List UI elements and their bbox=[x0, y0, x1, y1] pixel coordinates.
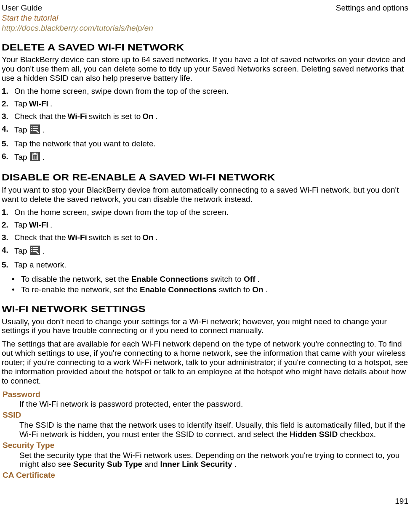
text: . bbox=[234, 460, 237, 468]
text: switch is set to bbox=[89, 233, 141, 242]
text: . bbox=[50, 220, 52, 230]
step-item: 4. Tap . bbox=[2, 246, 408, 257]
bold-text: On bbox=[142, 112, 153, 121]
step-text: On the home screen, swipe down from the … bbox=[14, 208, 408, 217]
bold-text: Security Sub Type bbox=[73, 460, 142, 468]
text: switch to bbox=[210, 275, 244, 283]
bold-text: On bbox=[142, 233, 153, 242]
bold-text: Inner Link Security bbox=[160, 460, 232, 468]
step-item: 5. Tap the network that you want to dele… bbox=[2, 139, 408, 148]
list-item: To re-enable the network, set the Enable… bbox=[12, 285, 408, 294]
page-number: 191 bbox=[2, 497, 408, 506]
bold-text: On bbox=[252, 285, 263, 294]
def-password: If the Wi-Fi network is password protect… bbox=[19, 400, 408, 409]
step-number: 6. bbox=[2, 152, 10, 161]
text: Check that the bbox=[14, 112, 66, 121]
step-number: 5. bbox=[2, 260, 10, 270]
step-item: 1. On the home screen, swipe down from t… bbox=[2, 208, 408, 217]
bold-text: Wi-Fi bbox=[29, 99, 48, 109]
term-security-type: Security Type bbox=[3, 441, 408, 450]
bold-text: Wi-Fi bbox=[29, 220, 48, 230]
list-item: To disable the network, set the Enable C… bbox=[12, 275, 408, 284]
page-header: User Guide Settings and options bbox=[2, 3, 408, 13]
bold-text: Enable Connections bbox=[131, 275, 208, 283]
term-ssid: SSID bbox=[3, 410, 408, 420]
step-number: 4. bbox=[2, 246, 10, 255]
step-number: 2. bbox=[2, 99, 10, 109]
step-number: 2. bbox=[2, 220, 10, 230]
tutorial-url[interactable]: http://docs.blackberry.com/tutorials/hel… bbox=[2, 24, 408, 33]
step-text: Tap a network. bbox=[14, 260, 408, 270]
step-text: Tap . bbox=[14, 152, 408, 163]
step-number: 4. bbox=[2, 124, 10, 134]
svg-rect-19 bbox=[31, 251, 32, 252]
text: Tap bbox=[14, 246, 27, 256]
step-text: Tap Wi-Fi . bbox=[14, 99, 408, 109]
text: Check that the bbox=[14, 233, 66, 242]
text: . bbox=[43, 125, 45, 135]
step-item: 4. Tap . bbox=[2, 124, 408, 136]
bold-text: Off bbox=[244, 275, 255, 283]
step-item: 3. Check that the Wi-Fi switch is set to… bbox=[2, 233, 408, 242]
svg-rect-11 bbox=[34, 156, 35, 159]
svg-rect-18 bbox=[33, 249, 38, 250]
svg-rect-20 bbox=[33, 251, 37, 252]
bold-text: Enable Connections bbox=[140, 285, 217, 294]
step-number: 3. bbox=[2, 233, 10, 242]
svg-rect-8 bbox=[32, 154, 38, 154]
text: . bbox=[258, 275, 260, 283]
bold-text: Wi-Fi bbox=[68, 112, 87, 121]
steps-delete-wifi: 1. On the home screen, swipe down from t… bbox=[2, 87, 408, 163]
step-number: 5. bbox=[2, 139, 10, 148]
tutorial-link[interactable]: Start the tutorial bbox=[2, 13, 408, 23]
step-number: 1. bbox=[2, 208, 10, 217]
text: switch to bbox=[219, 285, 252, 294]
svg-rect-3 bbox=[31, 128, 32, 129]
intro-delete-wifi: Your BlackBerry device can store up to 6… bbox=[2, 55, 408, 83]
svg-rect-1 bbox=[31, 126, 32, 127]
step-text: Tap Wi-Fi . bbox=[14, 220, 408, 230]
text: Tap bbox=[14, 220, 27, 230]
bold-text: Wi-Fi bbox=[68, 233, 87, 242]
heading-disable-wifi: Disable or re-enable a saved Wi-Fi netwo… bbox=[2, 172, 410, 183]
intro-disable-wifi: If you want to stop your BlackBerry devi… bbox=[2, 185, 408, 204]
text: . bbox=[266, 285, 268, 294]
list-edit-icon bbox=[30, 246, 40, 257]
step-text: Check that the Wi-Fi switch is set to On… bbox=[14, 233, 408, 242]
step-text: Tap . bbox=[14, 246, 408, 257]
step-item: 2. Tap Wi-Fi . bbox=[2, 220, 408, 230]
svg-rect-4 bbox=[33, 128, 38, 129]
step-item: 6. Tap . bbox=[2, 152, 408, 163]
svg-rect-17 bbox=[31, 249, 32, 250]
text: . bbox=[155, 233, 157, 242]
step-item: 3. Check that the Wi-Fi switch is set to… bbox=[2, 112, 408, 121]
text: . bbox=[43, 246, 45, 256]
text: To disable the network, set the bbox=[21, 275, 131, 283]
svg-rect-12 bbox=[35, 156, 35, 159]
svg-rect-13 bbox=[36, 156, 37, 159]
term-password: Password bbox=[3, 390, 408, 399]
svg-rect-6 bbox=[33, 130, 37, 131]
steps-disable-wifi: 1. On the home screen, swipe down from t… bbox=[2, 208, 408, 269]
step-number: 1. bbox=[2, 87, 10, 96]
term-ca-certificate: CA Certificate bbox=[3, 471, 408, 480]
step-item: 2. Tap Wi-Fi . bbox=[2, 99, 408, 109]
svg-rect-2 bbox=[33, 126, 38, 127]
step-text: Tap . bbox=[14, 124, 408, 136]
para-wifi-settings-2: The settings that are available for each… bbox=[2, 339, 408, 385]
list-edit-icon bbox=[30, 124, 40, 136]
heading-delete-wifi: Delete a saved Wi-Fi network bbox=[2, 42, 410, 53]
text: and bbox=[144, 460, 160, 468]
text: Tap bbox=[14, 125, 27, 135]
svg-rect-15 bbox=[31, 247, 32, 248]
svg-rect-16 bbox=[33, 247, 38, 248]
text: . bbox=[43, 153, 45, 162]
text: Tap bbox=[14, 153, 27, 162]
text: To re-enable the network, set the bbox=[21, 285, 140, 294]
heading-wifi-settings: Wi-Fi network settings bbox=[2, 304, 410, 314]
step-text: Check that the Wi-Fi switch is set to On… bbox=[14, 112, 408, 121]
text: . bbox=[50, 99, 52, 109]
bullets-disable-wifi: To disable the network, set the Enable C… bbox=[2, 275, 408, 295]
def-ssid: The SSID is the name that the network us… bbox=[19, 421, 408, 439]
text: checkbox. bbox=[340, 430, 376, 439]
